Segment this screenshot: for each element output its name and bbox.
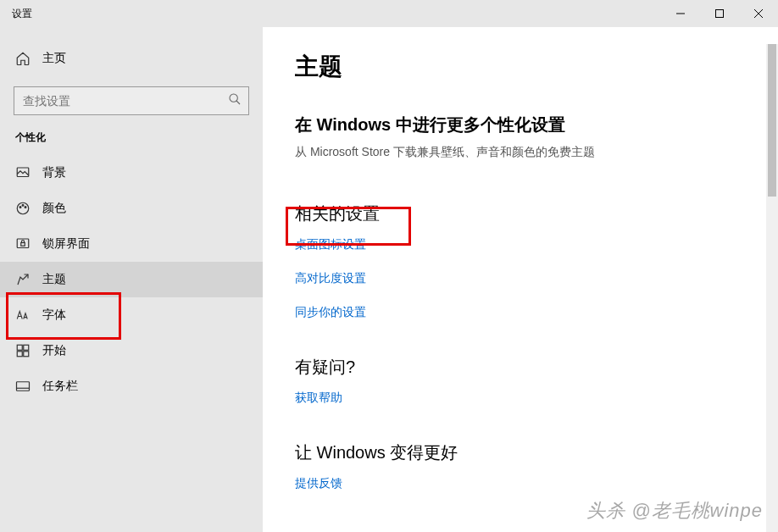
link-desktop-icon-settings[interactable]: 桌面图标设置	[295, 237, 744, 252]
svg-rect-14	[24, 345, 29, 350]
maximize-icon	[715, 9, 724, 18]
content-pane: 主题 在 Windows 中进行更多个性化设置 从 Microsoft Stor…	[263, 27, 778, 532]
sidebar-item-colors[interactable]: 颜色	[0, 191, 263, 226]
sidebar-item-themes[interactable]: 主题	[0, 262, 263, 297]
svg-rect-15	[17, 352, 22, 357]
feedback-title: 让 Windows 变得更好	[295, 441, 744, 464]
related-settings-title: 相关的设置	[295, 202, 744, 225]
sidebar-item-label: 任务栏	[42, 379, 78, 394]
titlebar: 设置	[0, 0, 778, 27]
scroll-thumb[interactable]	[768, 44, 776, 197]
scrollbar[interactable]	[766, 44, 778, 532]
link-sync-settings[interactable]: 同步你的设置	[295, 305, 744, 320]
search-box[interactable]	[14, 86, 249, 115]
link-high-contrast[interactable]: 高对比度设置	[295, 271, 744, 286]
sidebar-item-label: 字体	[42, 308, 66, 323]
window-title: 设置	[0, 7, 32, 21]
start-icon	[15, 343, 31, 358]
minimize-button[interactable]	[661, 0, 700, 27]
sidebar-item-taskbar[interactable]: 任务栏	[0, 369, 263, 404]
sidebar-item-lockscreen[interactable]: 锁屏界面	[0, 226, 263, 262]
help-title: 有疑问?	[295, 356, 744, 379]
home-icon	[15, 51, 31, 66]
home-button[interactable]: 主页	[0, 42, 263, 75]
sidebar-item-start[interactable]: 开始	[0, 333, 263, 369]
palette-icon	[15, 201, 31, 216]
svg-point-8	[19, 207, 21, 208]
svg-rect-16	[24, 352, 29, 357]
svg-rect-13	[17, 345, 22, 350]
close-button[interactable]	[739, 0, 778, 27]
picture-icon	[15, 165, 31, 180]
svg-rect-12	[21, 243, 25, 247]
svg-rect-1	[716, 10, 724, 18]
svg-point-10	[25, 207, 26, 208]
search-input[interactable]	[23, 94, 228, 108]
svg-point-9	[22, 204, 24, 206]
minimize-icon	[676, 9, 685, 18]
lockscreen-icon	[15, 236, 31, 252]
search-icon	[228, 92, 242, 109]
taskbar-icon	[15, 379, 31, 394]
sidebar-item-label: 颜色	[42, 201, 66, 216]
sidebar-item-label: 开始	[42, 343, 66, 358]
theme-icon	[15, 272, 31, 287]
svg-line-5	[236, 101, 240, 104]
svg-point-4	[230, 94, 237, 102]
link-feedback[interactable]: 提供反馈	[295, 476, 744, 491]
sidebar-item-label: 锁屏界面	[42, 236, 90, 252]
sidebar-item-fonts[interactable]: 字体	[0, 297, 263, 333]
more-personalize-subtitle: 从 Microsoft Store 下载兼具壁纸、声音和颜色的免费主题	[295, 145, 744, 160]
sidebar-item-label: 背景	[42, 165, 66, 180]
sidebar-item-background[interactable]: 背景	[0, 155, 263, 191]
sidebar: 主页 个性化 背景 颜色 锁屏界面 主题 字体	[0, 27, 263, 532]
svg-rect-17	[17, 382, 30, 391]
sidebar-item-label: 主题	[42, 272, 66, 287]
more-personalize-title: 在 Windows 中进行更多个性化设置	[295, 114, 744, 136]
link-get-help[interactable]: 获取帮助	[295, 391, 744, 406]
font-icon	[15, 308, 31, 323]
window-controls	[661, 0, 778, 27]
maximize-button[interactable]	[700, 0, 739, 27]
home-label: 主页	[42, 51, 66, 66]
category-label: 个性化	[0, 130, 263, 155]
close-icon	[754, 9, 763, 18]
page-title: 主题	[295, 51, 744, 83]
